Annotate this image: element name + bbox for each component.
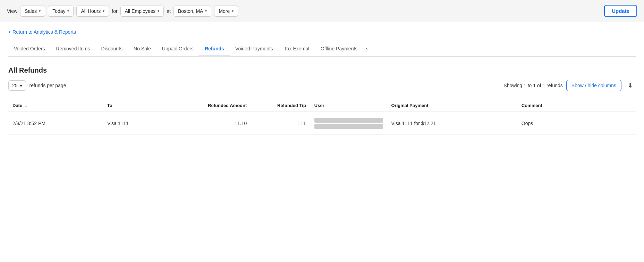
cell-refunded-tip: 1.11 [251,112,310,135]
tab-refunds[interactable]: Refunds [199,42,230,57]
tab-no-sale[interactable]: No Sale [128,42,156,57]
at-label: at [167,8,171,14]
view-label: View [7,8,17,14]
hours-chevron-icon: ▾ [103,9,104,13]
view-select[interactable]: Sales ▾ [20,6,45,17]
update-button[interactable]: Update [604,5,637,17]
tab-removed-items[interactable]: Removed Items [51,42,96,57]
refunds-table: Date ↓ To Refunded Amount Refunded Tip U… [8,99,636,135]
cell-comment: Oops [517,112,636,135]
col-header-refunded-tip: Refunded Tip [251,99,310,112]
tab-offline-payments[interactable]: Offline Payments [315,42,363,57]
date-select[interactable]: Today ▾ [48,6,74,17]
hours-select[interactable]: All Hours ▾ [76,6,109,17]
cell-date: 2/8/21 3:52 PM [8,112,103,135]
per-page-chevron-icon: ▾ [20,83,22,88]
location-select[interactable]: Boston, MA ▾ [173,6,211,17]
more-chevron-icon: ▾ [232,9,234,13]
tab-voided-payments[interactable]: Voided Payments [230,42,279,57]
back-link[interactable]: < Return to Analytics & Reports [8,29,76,35]
controls-row: 25 ▾ refunds per page Showing 1 to 1 of … [8,80,636,91]
per-page-select[interactable]: 25 ▾ [8,80,26,91]
view-chevron-icon: ▾ [39,9,41,13]
date-sort-icon[interactable]: ↓ [25,103,27,108]
table-header: Date ↓ To Refunded Amount Refunded Tip U… [8,99,636,112]
per-page-label: refunds per page [29,83,66,88]
date-value: Today [52,8,65,14]
filter-bar: View Sales ▾ Today ▾ All Hours ▾ for All… [0,0,644,22]
table-body: 2/8/21 3:52 PM Visa 1111 11.10 1.11 A███… [8,112,636,135]
col-header-user: User [310,99,387,112]
more-select[interactable]: More ▾ [214,6,238,17]
col-header-refunded-amount: Refunded Amount [186,99,251,112]
tabs-next-icon[interactable]: › [363,42,370,56]
date-chevron-icon: ▾ [67,9,69,13]
col-header-original-payment: Original Payment [387,99,517,112]
cell-user: A████████ H█████ [310,112,387,135]
user-line2: H█████ [314,124,383,129]
tab-voided-orders[interactable]: Voided Orders [8,42,51,57]
for-label: for [112,8,117,14]
location-value: Boston, MA [178,8,203,14]
showing-text: Showing 1 to 1 of 1 refunds [503,83,562,88]
location-chevron-icon: ▾ [205,9,207,13]
per-page-value: 25 [12,83,18,88]
cell-original-payment: Visa 1111 for $12.21 [387,112,517,135]
employees-chevron-icon: ▾ [158,9,159,13]
download-button[interactable]: ⬇ [625,80,636,91]
view-value: Sales [25,8,37,14]
tabs-container: Voided Orders Removed Items Discounts No… [8,42,636,57]
tab-discounts[interactable]: Discounts [96,42,128,57]
table-row: 2/8/21 3:52 PM Visa 1111 11.10 1.11 A███… [8,112,636,135]
col-header-to: To [103,99,186,112]
employees-value: All Employees [125,8,156,14]
show-hide-columns-button[interactable]: Show / hide columns [566,80,621,91]
employees-select[interactable]: All Employees ▾ [120,6,164,17]
cell-to: Visa 1111 [103,112,186,135]
main-content: < Return to Analytics & Reports Voided O… [0,22,644,142]
col-header-comment: Comment [517,99,636,112]
cell-refunded-amount: 11.10 [186,112,251,135]
section-title: All Refunds [8,66,636,74]
user-line1: A████████ [314,118,383,123]
col-header-date: Date ↓ [8,99,103,112]
hours-value: All Hours [81,8,101,14]
tab-tax-exempt[interactable]: Tax Exempt [279,42,315,57]
more-value: More [219,8,230,14]
tab-unpaid-orders[interactable]: Unpaid Orders [156,42,199,57]
